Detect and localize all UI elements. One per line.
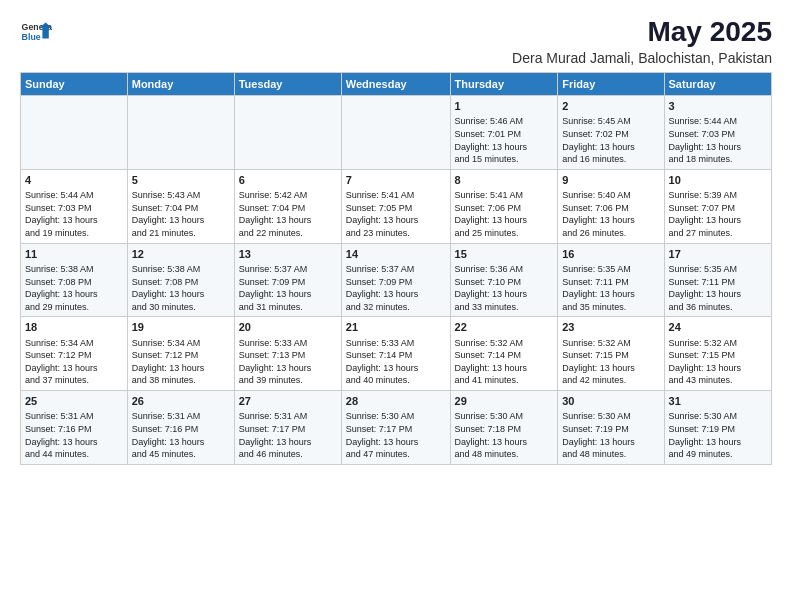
day-number: 26 — [132, 394, 230, 409]
col-header-tuesday: Tuesday — [234, 73, 341, 96]
day-info: Sunset: 7:02 PM — [562, 128, 659, 141]
day-number: 20 — [239, 320, 337, 335]
day-info: Sunrise: 5:35 AM — [562, 263, 659, 276]
day-info: Sunrise: 5:46 AM — [455, 115, 554, 128]
day-info: Sunrise: 5:38 AM — [25, 263, 123, 276]
day-info: Sunrise: 5:45 AM — [562, 115, 659, 128]
day-info: and 44 minutes. — [25, 448, 123, 461]
calendar-cell: 9Sunrise: 5:40 AMSunset: 7:06 PMDaylight… — [558, 169, 664, 243]
day-number: 6 — [239, 173, 337, 188]
day-info: Daylight: 13 hours — [455, 214, 554, 227]
day-info: and 47 minutes. — [346, 448, 446, 461]
day-info: Sunset: 7:17 PM — [346, 423, 446, 436]
day-info: Daylight: 13 hours — [346, 214, 446, 227]
calendar-cell — [341, 96, 450, 170]
day-info: Daylight: 13 hours — [562, 141, 659, 154]
calendar-cell: 16Sunrise: 5:35 AMSunset: 7:11 PMDayligh… — [558, 243, 664, 317]
day-info: Daylight: 13 hours — [239, 362, 337, 375]
day-number: 23 — [562, 320, 659, 335]
day-info: Sunrise: 5:44 AM — [25, 189, 123, 202]
day-info: Sunrise: 5:42 AM — [239, 189, 337, 202]
day-info: Daylight: 13 hours — [669, 288, 767, 301]
day-info: Daylight: 13 hours — [562, 214, 659, 227]
day-info: and 41 minutes. — [455, 374, 554, 387]
day-number: 12 — [132, 247, 230, 262]
day-number: 29 — [455, 394, 554, 409]
day-number: 16 — [562, 247, 659, 262]
day-info: Daylight: 13 hours — [239, 214, 337, 227]
day-info: and 37 minutes. — [25, 374, 123, 387]
day-info: and 18 minutes. — [669, 153, 767, 166]
calendar-cell — [127, 96, 234, 170]
day-number: 9 — [562, 173, 659, 188]
day-info: Sunrise: 5:34 AM — [132, 337, 230, 350]
day-info: and 26 minutes. — [562, 227, 659, 240]
day-number: 7 — [346, 173, 446, 188]
day-info: Sunset: 7:08 PM — [132, 276, 230, 289]
day-info: Sunset: 7:13 PM — [239, 349, 337, 362]
calendar-cell: 8Sunrise: 5:41 AMSunset: 7:06 PMDaylight… — [450, 169, 558, 243]
day-info: and 21 minutes. — [132, 227, 230, 240]
header-row: SundayMondayTuesdayWednesdayThursdayFrid… — [21, 73, 772, 96]
day-info: Daylight: 13 hours — [669, 214, 767, 227]
day-number: 1 — [455, 99, 554, 114]
main-title: May 2025 — [512, 16, 772, 48]
day-info: Daylight: 13 hours — [239, 288, 337, 301]
day-info: Daylight: 13 hours — [346, 436, 446, 449]
day-info: Daylight: 13 hours — [562, 288, 659, 301]
day-info: and 30 minutes. — [132, 301, 230, 314]
day-info: Sunset: 7:16 PM — [132, 423, 230, 436]
calendar-cell: 14Sunrise: 5:37 AMSunset: 7:09 PMDayligh… — [341, 243, 450, 317]
calendar-cell: 23Sunrise: 5:32 AMSunset: 7:15 PMDayligh… — [558, 317, 664, 391]
day-info: Sunrise: 5:30 AM — [455, 410, 554, 423]
page: General Blue May 2025 Dera Murad Jamali,… — [0, 0, 792, 612]
day-info: and 35 minutes. — [562, 301, 659, 314]
day-info: Daylight: 13 hours — [25, 362, 123, 375]
day-info: Sunset: 7:01 PM — [455, 128, 554, 141]
day-info: and 15 minutes. — [455, 153, 554, 166]
day-info: Daylight: 13 hours — [132, 362, 230, 375]
day-info: Sunset: 7:09 PM — [346, 276, 446, 289]
day-number: 2 — [562, 99, 659, 114]
day-info: Sunset: 7:03 PM — [25, 202, 123, 215]
calendar-cell: 5Sunrise: 5:43 AMSunset: 7:04 PMDaylight… — [127, 169, 234, 243]
day-info: Daylight: 13 hours — [669, 436, 767, 449]
day-info: Sunrise: 5:31 AM — [25, 410, 123, 423]
calendar-cell: 3Sunrise: 5:44 AMSunset: 7:03 PMDaylight… — [664, 96, 771, 170]
day-info: Sunrise: 5:39 AM — [669, 189, 767, 202]
day-info: Sunrise: 5:32 AM — [669, 337, 767, 350]
calendar-cell: 18Sunrise: 5:34 AMSunset: 7:12 PMDayligh… — [21, 317, 128, 391]
day-number: 4 — [25, 173, 123, 188]
day-info: Daylight: 13 hours — [455, 288, 554, 301]
day-info: Sunrise: 5:41 AM — [455, 189, 554, 202]
calendar-cell: 11Sunrise: 5:38 AMSunset: 7:08 PMDayligh… — [21, 243, 128, 317]
day-info: Sunset: 7:12 PM — [132, 349, 230, 362]
header: General Blue May 2025 Dera Murad Jamali,… — [20, 16, 772, 66]
day-info: Sunrise: 5:38 AM — [132, 263, 230, 276]
calendar-cell: 6Sunrise: 5:42 AMSunset: 7:04 PMDaylight… — [234, 169, 341, 243]
day-info: Sunset: 7:06 PM — [562, 202, 659, 215]
calendar-cell: 19Sunrise: 5:34 AMSunset: 7:12 PMDayligh… — [127, 317, 234, 391]
day-info: Sunrise: 5:33 AM — [346, 337, 446, 350]
day-info: Sunset: 7:05 PM — [346, 202, 446, 215]
day-info: Sunset: 7:07 PM — [669, 202, 767, 215]
day-info: Daylight: 13 hours — [239, 436, 337, 449]
day-info: Sunrise: 5:30 AM — [562, 410, 659, 423]
calendar-cell: 30Sunrise: 5:30 AMSunset: 7:19 PMDayligh… — [558, 391, 664, 465]
day-info: Sunrise: 5:43 AM — [132, 189, 230, 202]
day-number: 22 — [455, 320, 554, 335]
day-info: Daylight: 13 hours — [562, 436, 659, 449]
day-info: and 43 minutes. — [669, 374, 767, 387]
svg-text:Blue: Blue — [22, 32, 41, 42]
day-info: and 49 minutes. — [669, 448, 767, 461]
day-number: 30 — [562, 394, 659, 409]
day-info: Sunrise: 5:31 AM — [239, 410, 337, 423]
day-number: 3 — [669, 99, 767, 114]
day-info: Sunrise: 5:32 AM — [562, 337, 659, 350]
day-info: Daylight: 13 hours — [132, 288, 230, 301]
day-info: Sunrise: 5:37 AM — [346, 263, 446, 276]
day-info: and 25 minutes. — [455, 227, 554, 240]
day-number: 28 — [346, 394, 446, 409]
calendar-cell: 20Sunrise: 5:33 AMSunset: 7:13 PMDayligh… — [234, 317, 341, 391]
day-number: 13 — [239, 247, 337, 262]
